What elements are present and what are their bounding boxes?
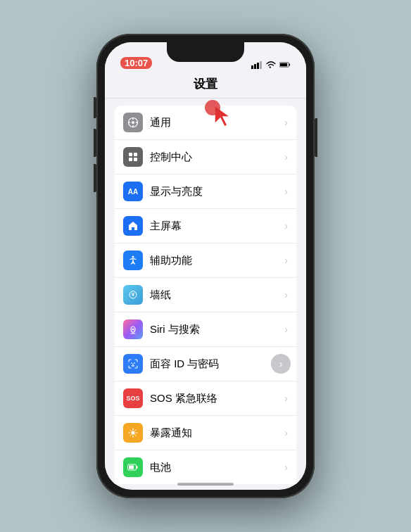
nav-bar: 设置: [105, 73, 306, 99]
svg-point-7: [132, 121, 134, 124]
phone-frame: 10:07: [96, 34, 315, 498]
settings-item-display[interactable]: AA 显示与亮度 ›: [115, 175, 296, 209]
svg-line-34: [135, 435, 136, 436]
status-time: 10:07: [120, 57, 152, 69]
page-title: 设置: [194, 77, 217, 91]
sos-chevron: ›: [284, 393, 288, 404]
battery-chevron: ›: [284, 462, 288, 473]
wallpaper-icon: [123, 285, 143, 305]
general-chevron: ›: [284, 117, 288, 128]
general-icon: [123, 113, 143, 132]
phone-screen: 10:07: [105, 42, 306, 490]
siri-chevron: ›: [284, 324, 288, 335]
svg-point-28: [132, 431, 135, 435]
svg-rect-6: [280, 63, 287, 66]
settings-item-control-center[interactable]: 控制中心 ›: [115, 140, 296, 175]
svg-rect-13: [134, 153, 137, 156]
display-chevron: ›: [284, 186, 288, 197]
accessibility-chevron: ›: [284, 255, 288, 266]
svg-point-20: [132, 294, 134, 296]
home-screen-icon: [123, 216, 143, 236]
status-icons: [251, 61, 291, 69]
general-label: 通用: [150, 116, 282, 129]
accessibility-label: 辅助功能: [150, 254, 282, 267]
exposure-icon: [123, 423, 143, 443]
volume-down-button: [94, 164, 96, 192]
svg-rect-38: [137, 466, 138, 469]
siri-icon: [123, 319, 143, 339]
sos-icon: SOS: [123, 388, 143, 408]
control-center-chevron: ›: [284, 151, 288, 163]
sos-label: SOS 紧急联络: [150, 392, 282, 405]
svg-line-33: [130, 430, 131, 431]
settings-item-general[interactable]: 通用 ›: [115, 106, 296, 140]
home-screen-label: 主屏幕: [150, 220, 282, 233]
faceid-icon: [123, 354, 143, 374]
svg-line-35: [135, 430, 136, 431]
exposure-chevron: ›: [284, 427, 288, 438]
siri-label: Siri 与搜索: [150, 323, 282, 336]
svg-rect-14: [129, 158, 132, 161]
accessibility-icon: [123, 251, 143, 270]
control-center-label: 控制中心: [150, 151, 282, 164]
faceid-circle-button[interactable]: ›: [271, 354, 291, 374]
home-screen-chevron: ›: [284, 220, 288, 232]
svg-rect-15: [134, 158, 137, 161]
signal-icon: [251, 61, 263, 69]
settings-content[interactable]: 通用 › 控制中心 ›: [105, 99, 306, 484]
faceid-label: 面容 ID 与密码: [150, 357, 288, 371]
settings-item-exposure[interactable]: 暴露通知 ›: [115, 416, 296, 450]
notch: [167, 42, 244, 62]
settings-item-home-screen[interactable]: 主屏幕 ›: [115, 209, 296, 243]
volume-up-button: [94, 129, 96, 157]
svg-line-36: [130, 435, 131, 436]
battery-icon: [123, 457, 143, 477]
wallpaper-label: 墙纸: [150, 289, 282, 302]
display-label: 显示与亮度: [150, 185, 282, 198]
svg-point-22: [132, 329, 134, 331]
settings-item-accessibility[interactable]: 辅助功能 ›: [115, 243, 296, 278]
svg-rect-3: [260, 61, 262, 69]
svg-rect-0: [251, 65, 253, 69]
silent-switch: [94, 97, 96, 118]
battery-status-icon: [279, 61, 291, 69]
exposure-label: 暴露通知: [150, 426, 282, 440]
svg-rect-5: [289, 63, 290, 65]
svg-rect-39: [129, 466, 134, 469]
wallpaper-chevron: ›: [284, 289, 288, 300]
home-indicator: [177, 483, 234, 486]
control-center-icon: [123, 147, 143, 167]
svg-rect-12: [129, 153, 132, 156]
settings-item-sos[interactable]: SOS SOS 紧急联络 ›: [115, 381, 296, 416]
svg-rect-1: [254, 64, 256, 69]
power-button: [315, 118, 317, 157]
settings-item-battery[interactable]: 电池 ›: [115, 450, 296, 484]
settings-item-wallpaper[interactable]: 墙纸 ›: [115, 278, 296, 312]
battery-label: 电池: [150, 461, 282, 474]
settings-section-1: 通用 › 控制中心 ›: [115, 106, 296, 484]
wifi-icon: [265, 61, 277, 69]
settings-item-faceid[interactable]: 面容 ID 与密码 ›: [115, 347, 296, 381]
svg-point-16: [132, 256, 134, 258]
settings-item-siri[interactable]: Siri 与搜索 ›: [115, 312, 296, 347]
display-icon: AA: [123, 182, 143, 201]
svg-rect-2: [257, 63, 259, 69]
